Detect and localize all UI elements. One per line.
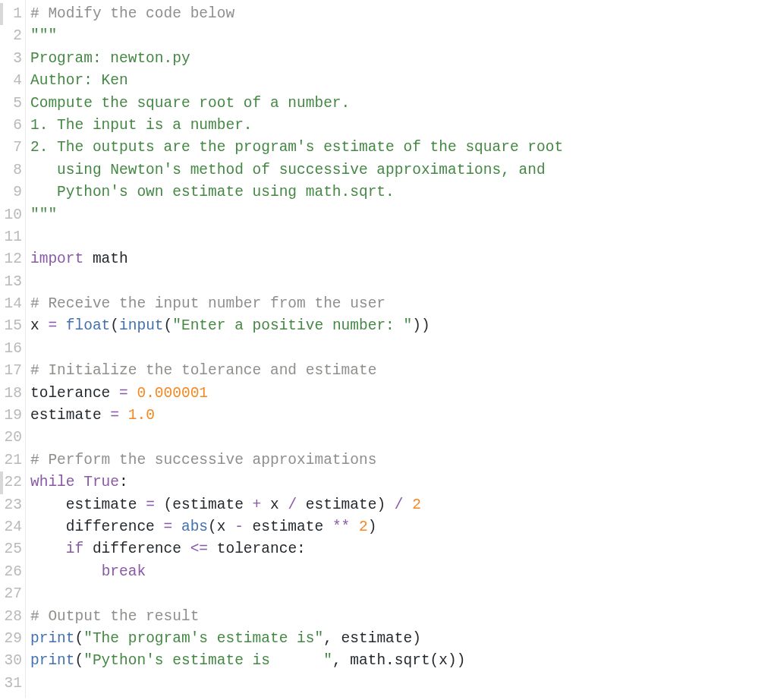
code-token [57,317,66,334]
code-token: ( [75,652,84,669]
code-token [350,519,359,535]
code-token: "Enter a positive number: " [172,317,412,334]
code-token: if [66,541,83,557]
line-number: 25 [0,538,22,560]
code-content[interactable]: # Modify the code below"""Program: newto… [26,0,774,698]
code-line[interactable] [30,673,774,695]
code-token: )) [412,317,429,334]
code-token: estimate [244,519,332,535]
code-line[interactable]: difference = abs(x - estimate ** 2) [30,516,774,538]
code-token [404,497,413,513]
line-number: 4 [0,70,22,92]
code-line[interactable] [30,583,774,605]
code-token: print [30,652,75,669]
line-number: 11 [0,226,22,248]
line-number: 3 [0,48,22,70]
code-line[interactable]: estimate = (estimate + x / estimate) / 2 [30,494,774,516]
code-line[interactable]: # Modify the code below [30,3,774,25]
code-token: using Newton's method of successive appr… [30,162,546,178]
code-line[interactable]: print("The program's estimate is", estim… [30,628,774,650]
code-token: estimate) [297,497,395,513]
gutter-marker [0,3,3,25]
line-number: 22 [0,471,22,493]
code-line[interactable]: using Newton's method of successive appr… [30,159,774,181]
code-token: 2. The outputs are the program's estimat… [30,139,563,156]
code-token: estimate [30,407,110,424]
code-line[interactable]: 1. The input is a number. [30,115,774,137]
code-token: 0.000001 [137,385,208,402]
code-line[interactable]: # Perform the successive approximations [30,449,774,471]
code-line[interactable] [30,338,774,360]
line-number: 18 [0,383,22,405]
line-number: 19 [0,405,22,427]
code-line[interactable]: while True: [30,471,774,493]
code-token: estimate [30,497,146,513]
code-token: ( [110,317,119,334]
code-token: print [30,630,75,647]
code-token: = [164,519,173,535]
code-token: ** [332,519,350,535]
code-line[interactable]: Compute the square root of a number. [30,93,774,115]
code-token: (x [208,519,234,535]
code-line[interactable] [30,427,774,449]
code-line[interactable]: Author: Ken [30,70,774,92]
line-number: 31 [0,673,22,695]
code-token [119,407,128,424]
code-token: Python's own estimate using math.sqrt. [30,184,395,200]
code-token: , math.sqrt(x)) [332,652,466,669]
code-token: 2 [412,497,421,513]
code-token: ) [368,519,377,535]
code-line[interactable]: break [30,561,774,583]
code-token: + [253,497,262,513]
code-token: x [30,317,48,334]
code-token: , estimate) [323,630,421,647]
code-token: = [146,497,155,513]
code-line[interactable] [30,271,774,293]
code-line[interactable] [30,226,774,248]
line-number: 8 [0,159,22,181]
code-line[interactable]: """ [30,25,774,47]
code-token [30,541,66,557]
code-token: # Output the result [30,608,199,625]
line-number: 24 [0,516,22,538]
code-token: "Python's estimate is " [83,652,332,669]
code-line[interactable]: Python's own estimate using math.sqrt. [30,181,774,203]
code-token: / [395,497,404,513]
line-number: 16 [0,338,22,360]
code-line[interactable]: 2. The outputs are the program's estimat… [30,137,774,159]
line-number: 13 [0,271,22,293]
code-token: """ [30,27,57,44]
line-number: 20 [0,427,22,449]
line-number: 30 [0,650,22,672]
code-line[interactable]: if difference <= tolerance: [30,538,774,560]
code-token: True [83,474,119,490]
code-line[interactable]: """ [30,204,774,226]
code-token [128,385,137,402]
code-token: abs [181,519,208,535]
code-line[interactable]: tolerance = 0.000001 [30,383,774,405]
code-editor[interactable]: 1234567891011121314151617181920212223242… [0,0,774,698]
gutter-marker [0,471,3,493]
line-number-gutter: 1234567891011121314151617181920212223242… [0,0,26,698]
code-line[interactable]: # Initialize the tolerance and estimate [30,360,774,382]
code-line[interactable]: x = float(input("Enter a positive number… [30,315,774,337]
code-line[interactable]: # Receive the input number from the user [30,293,774,315]
code-token: = [110,407,119,424]
code-line[interactable]: estimate = 1.0 [30,405,774,427]
code-line[interactable]: print("Python's estimate is ", math.sqrt… [30,650,774,672]
code-token: 1.0 [128,407,155,424]
code-token: math [83,251,128,267]
code-line[interactable]: # Output the result [30,606,774,628]
code-token: while [30,474,75,490]
line-number: 5 [0,93,22,115]
code-token: import [30,251,83,267]
code-token: # Modify the code below [30,5,234,22]
code-line[interactable]: import math [30,248,774,270]
code-token: tolerance: [208,541,306,557]
code-token: input [119,317,164,334]
code-token [30,563,102,580]
code-token: 1. The input is a number. [30,117,253,134]
code-token: Author: Ken [30,72,128,89]
code-line[interactable]: Program: newton.py [30,48,774,70]
line-number: 15 [0,315,22,337]
